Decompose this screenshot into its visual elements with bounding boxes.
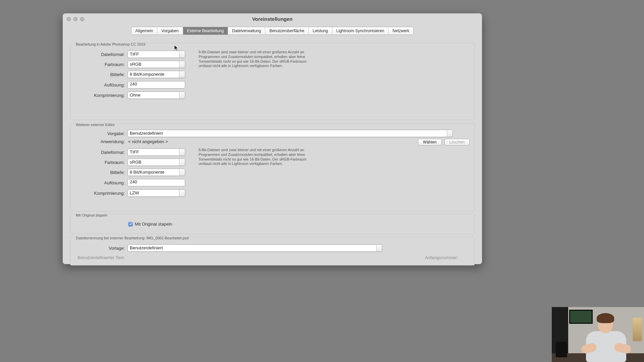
choose-application-button[interactable]: Wählen xyxy=(418,139,442,145)
section-photoshop-editing: Bearbeitung in Adobe Photoshop CC 2019 D… xyxy=(70,43,475,120)
bit-depth-select-2[interactable]: 8 Bit/Komponente xyxy=(127,169,185,176)
compression-select[interactable]: Ohne xyxy=(127,92,185,99)
bit-depth-label-2: Bittiefe: xyxy=(70,170,127,175)
custom-text-label: Benutzerdefinierter Text: xyxy=(70,255,127,260)
window-title: Voreinstellungen xyxy=(63,13,482,25)
webcam-overlay xyxy=(552,307,644,362)
compression-label: Komprimierung: xyxy=(70,93,127,98)
preferences-window: Voreinstellungen Allgemein Vorgaben Exte… xyxy=(63,13,482,264)
bit-depth-select[interactable]: 8 Bit/Komponente xyxy=(127,71,185,78)
compression-label-2: Komprimierung: xyxy=(70,191,127,196)
template-label: Vorlage: xyxy=(70,246,127,251)
bit-depth-label: Bittiefe: xyxy=(70,72,127,77)
section1-hint: 8-Bit-Dateien sind zwar kleiner und mit … xyxy=(199,50,311,68)
resolution-input[interactable]: 240 xyxy=(127,81,185,88)
cursor-icon xyxy=(174,45,179,51)
tab-lightroom-sync[interactable]: Lightroom Synchronisieren xyxy=(332,27,389,35)
section-title: Bearbeitung in Adobe Photoshop CC 2019 xyxy=(75,42,146,46)
section-title: Mit Original stapeln xyxy=(75,213,108,217)
color-space-label-2: Farbraum: xyxy=(70,160,127,165)
preset-label: Vorgabe: xyxy=(70,131,127,136)
close-window-button[interactable] xyxy=(67,17,71,21)
section-additional-editor: Weiterer externer Editor Vorgabe: Benutz… xyxy=(70,123,475,211)
file-format-label: Dateiformat: xyxy=(70,52,127,57)
clear-application-button[interactable]: Löschen xyxy=(444,139,470,145)
stack-with-original-checkbox[interactable] xyxy=(128,222,133,227)
tab-network[interactable]: Netzwerk xyxy=(388,27,413,35)
section-file-naming: Dateibenennung bei externer Bearbeitung:… xyxy=(70,237,475,265)
color-space-select[interactable]: sRGB xyxy=(127,61,185,68)
resolution-input-2[interactable]: 240 xyxy=(127,179,185,186)
titlebar[interactable]: Voreinstellungen xyxy=(63,13,482,25)
window-controls xyxy=(67,17,84,21)
tab-external-editing[interactable]: Externe Bearbeitung xyxy=(183,27,228,35)
application-value: < nicht angegeben > xyxy=(127,139,168,144)
tab-general[interactable]: Allgemein xyxy=(131,27,158,35)
minimize-window-button[interactable] xyxy=(73,17,77,21)
application-label: Anwendung: xyxy=(70,139,127,144)
section-title: Dateibenennung bei externer Bearbeitung:… xyxy=(75,236,189,240)
section-title: Weiterer externer Editor xyxy=(75,123,116,127)
tab-file-handling[interactable]: Dateiverwaltung xyxy=(228,27,265,35)
zoom-window-button[interactable] xyxy=(80,17,84,21)
section-stack-with-original: Mit Original stapeln Mit Original stapel… xyxy=(70,214,475,234)
file-format-select[interactable]: TIFF xyxy=(127,51,185,58)
preset-select[interactable]: Benutzerdefiniert xyxy=(127,130,453,137)
tab-presets[interactable]: Vorgaben xyxy=(157,27,183,35)
color-space-label: Farbraum: xyxy=(70,62,127,67)
compression-select-2[interactable]: LZW xyxy=(127,189,185,197)
file-format-select-2[interactable]: TIFF xyxy=(127,148,185,156)
template-select[interactable]: Benutzerdefiniert xyxy=(127,244,382,252)
tab-interface[interactable]: Benutzeroberfläche xyxy=(265,27,309,35)
start-number-label: Anfangsnummer: xyxy=(425,255,458,260)
section2-hint: 8-Bit-Dateien sind zwar kleiner und mit … xyxy=(199,148,311,166)
tab-bar: Allgemein Vorgaben Externe Bearbeitung D… xyxy=(63,27,482,35)
stack-with-original-label: Mit Original stapeln xyxy=(135,222,172,227)
color-space-select-2[interactable]: sRGB xyxy=(127,159,185,166)
resolution-label-2: Auflösung: xyxy=(70,180,127,185)
file-format-label-2: Dateiformat: xyxy=(70,150,127,155)
tab-performance[interactable]: Leistung xyxy=(309,27,332,35)
resolution-label: Auflösung: xyxy=(70,82,127,87)
